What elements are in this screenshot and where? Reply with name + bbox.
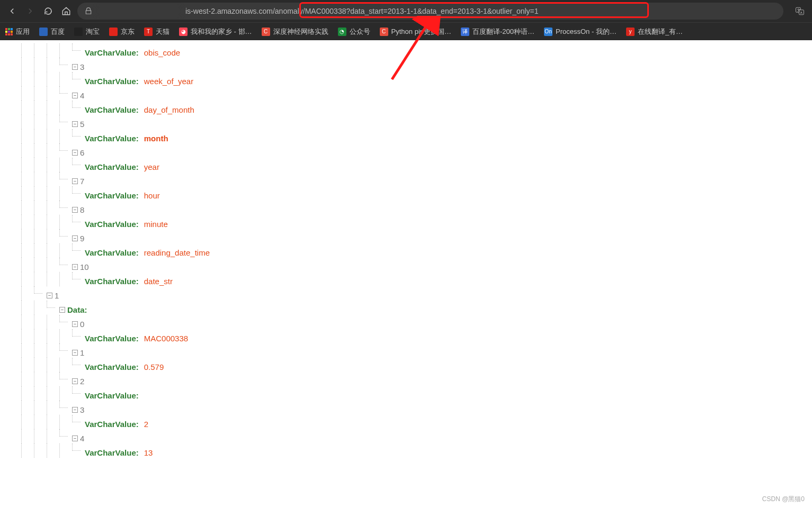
tree-value: day_of_month — [144, 103, 194, 117]
tree-toggle[interactable]: − — [72, 321, 78, 327]
favicon-icon: y — [626, 28, 635, 36]
bookmark-label: 百度翻译-200种语… — [472, 27, 534, 37]
bookmark-item[interactable]: 百度 — [39, 27, 65, 37]
tree-toggle[interactable]: − — [72, 150, 78, 156]
tree-toggle[interactable]: − — [72, 264, 78, 270]
tree-value: month — [144, 131, 168, 146]
bookmark-item[interactable]: 应用 — [5, 27, 30, 37]
bookmark-item[interactable]: T天猫 — [144, 27, 169, 37]
lock-icon — [85, 7, 92, 15]
bookmark-label: 百度 — [51, 27, 65, 37]
tree-row: −4 — [21, 88, 791, 103]
reload-button[interactable] — [41, 4, 55, 18]
bookmark-item[interactable]: 译百度翻译-200种语… — [461, 27, 534, 37]
tree-toggle[interactable]: − — [72, 121, 78, 127]
tree-toggle[interactable]: − — [72, 178, 78, 184]
favicon-icon: ◕ — [179, 28, 188, 36]
bookmark-item[interactable]: y在线翻译_有… — [626, 27, 683, 37]
bookmark-label: 天猫 — [156, 27, 169, 37]
tree-row: VarCharValue :2 — [21, 417, 791, 431]
tree-toggle[interactable]: − — [47, 293, 52, 298]
tree-value: MAC000338 — [144, 331, 188, 346]
bookmark-label: 公众号 — [350, 27, 370, 37]
address-bar[interactable]: is-west-2.amazonaws.com/anomaly/MAC00033… — [77, 3, 783, 20]
tree-key: VarCharValue — [85, 46, 136, 60]
tree-value: year — [144, 160, 159, 174]
tree-key: VarCharValue — [85, 246, 136, 260]
tree-value: week_of_year — [144, 74, 193, 88]
tree-row: −8 — [21, 203, 791, 217]
bookmark-label: 京东 — [121, 27, 135, 37]
tree-key: VarCharValue — [85, 446, 136, 460]
forward-button[interactable] — [23, 4, 37, 18]
favicon-icon: C — [262, 28, 270, 36]
tree-toggle[interactable]: − — [72, 407, 78, 413]
tree-row: VarCharValue :day_of_month — [21, 103, 791, 117]
tree-row: −10 — [21, 260, 791, 274]
tree-toggle[interactable]: − — [59, 307, 65, 313]
tree-value: 2 — [144, 417, 148, 431]
tree-row: VarCharValue :year — [21, 160, 791, 174]
tree-value: 13 — [144, 446, 153, 460]
tree-row: −1 — [21, 346, 791, 360]
tree-row: VarCharValue :date_str — [21, 274, 791, 288]
tree-value: obis_code — [144, 46, 180, 60]
tree-key: VarCharValue — [85, 131, 136, 146]
home-button[interactable] — [59, 4, 73, 18]
bookmark-item[interactable]: C深度神经网络实践 — [262, 27, 328, 37]
tree-value: date_str — [144, 274, 173, 288]
bookmark-label: Python pip更换国… — [391, 27, 451, 37]
tree-row: VarCharValue :week_of_year — [21, 74, 791, 88]
bookmark-item[interactable]: 淘宝 — [74, 27, 100, 37]
favicon-icon: ◔ — [338, 28, 346, 36]
tree-key: VarCharValue — [85, 103, 136, 117]
favicon-icon — [39, 28, 48, 36]
bookmark-item[interactable]: OnProcessOn - 我的… — [544, 27, 617, 37]
bookmark-item[interactable]: CPython pip更换国… — [380, 27, 451, 37]
tree-toggle[interactable]: − — [72, 235, 78, 241]
tree-row: −Data : — [21, 303, 791, 317]
tree-key: VarCharValue — [85, 388, 136, 403]
favicon-icon: 译 — [461, 28, 469, 36]
tree-toggle[interactable]: − — [72, 93, 78, 98]
bookmark-label: 我和我的家乡 - 邯… — [191, 27, 252, 37]
tree-row: −6 — [21, 146, 791, 160]
tree-row: VarCharValue :0.579 — [21, 360, 791, 374]
bookmark-item[interactable]: 京东 — [109, 27, 135, 37]
tree-key: VarCharValue — [85, 360, 136, 374]
back-button[interactable] — [5, 4, 19, 18]
tree-row: VarCharValue :reading_date_time — [21, 246, 791, 260]
svg-text:文: 文 — [797, 8, 800, 12]
tree-toggle[interactable]: − — [72, 64, 78, 70]
tree-key: VarCharValue — [85, 74, 136, 88]
translate-icon[interactable]: 文A — [793, 4, 807, 18]
tree-row: −3 — [21, 403, 791, 417]
tree-row: −5 — [21, 117, 791, 131]
bookmark-item[interactable]: ◕我和我的家乡 - 邯… — [179, 27, 252, 37]
tree-row: −1 — [21, 288, 791, 303]
tree-toggle[interactable]: − — [72, 207, 78, 213]
bookmark-label: 淘宝 — [86, 27, 100, 37]
bookmark-item[interactable]: ◔公众号 — [338, 27, 370, 37]
tree-toggle[interactable]: − — [72, 350, 78, 356]
tree-toggle[interactable]: − — [72, 436, 78, 441]
tree-row: VarCharValue :hour — [21, 188, 791, 203]
tree-row: VarCharValue :minute — [21, 217, 791, 231]
tree-row: VarCharValue :month — [21, 131, 791, 146]
apps-icon — [5, 28, 13, 35]
url-text: is-west-2.amazonaws.com/anomaly/MAC00033… — [185, 7, 539, 15]
tree-row: −2 — [21, 374, 791, 388]
bookmark-label: 在线翻译_有… — [638, 27, 683, 37]
bookmarks-bar: 应用百度淘宝京东T天猫◕我和我的家乡 - 邯…C深度神经网络实践◔公众号CPyt… — [0, 22, 812, 40]
favicon-icon — [109, 28, 118, 36]
tree-key: VarCharValue — [85, 331, 136, 346]
tree-key: VarCharValue — [85, 160, 136, 174]
browser-toolbar: is-west-2.amazonaws.com/anomaly/MAC00033… — [0, 0, 812, 22]
url-redacted — [96, 7, 181, 15]
tree-toggle[interactable]: − — [72, 378, 78, 384]
tree-key: VarCharValue — [85, 217, 136, 231]
tree-row: VarCharValue : — [21, 388, 791, 403]
tree-row: −7 — [21, 174, 791, 188]
bookmark-label: ProcessOn - 我的… — [556, 27, 617, 37]
favicon-icon: On — [544, 28, 552, 36]
